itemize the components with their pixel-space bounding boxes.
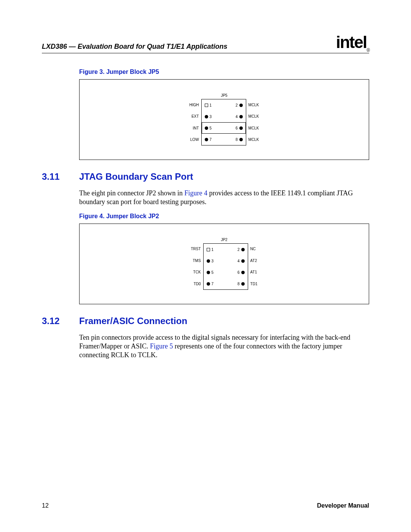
jp5-r1: MCLK [249,111,259,122]
jp5-left-labels: HIGH EXT INT LOW [190,99,199,145]
pin-dot-icon [207,282,210,286]
jp5-diagram: JP5 HIGH EXT INT LOW 12345678 MCLK MCLK … [190,93,259,145]
section-311-text: The eight pin connector JP2 shown in Fig… [79,189,369,207]
pin-dot-icon [241,259,245,263]
pin-number: 6 [237,270,240,275]
pin-dot-icon [207,271,210,274]
jp5-l2: INT [190,123,199,134]
pin-dot-icon [241,282,245,286]
pin-number: 5 [210,126,212,130]
figure3-box: JP5 HIGH EXT INT LOW 12345678 MCLK MCLK … [79,79,369,160]
footer-label: Developer Manual [317,502,369,509]
pin-row: 56 [202,122,246,134]
pin-cell-right: 8 [224,137,246,142]
jp5-r0: MCLK [249,99,259,111]
pin-cell-left: 5 [204,270,226,275]
pin-dot-icon [241,248,245,251]
jp5-l1: EXT [190,111,199,122]
pin-square-icon [207,248,210,251]
figure4-caption: Figure 4. Jumper Block JP2 [79,213,369,220]
pin-dot-icon [207,259,210,263]
jp2-l0: TRST [191,243,201,255]
jp2-grid: 12345678 [203,243,248,290]
pin-cell-left: 1 [204,248,226,252]
jp2-l2: TCK [191,267,201,278]
pin-number: 5 [212,270,214,275]
jp2-r3: TD1 [250,278,258,290]
figure4-box: JP2 TRST TMS TCK TD0 12345678 NC AT2 AT1… [79,224,369,304]
jp2-r2: AT1 [250,267,258,278]
pin-dot-icon [241,271,245,274]
pin-number: 3 [212,259,214,263]
jp5-right-labels: MCLK MCLK MCLK MCLK [249,99,259,145]
pin-cell-left: 1 [202,103,224,107]
jp2-diagram: JP2 TRST TMS TCK TD0 12345678 NC AT2 AT1… [191,238,257,290]
page-number: 12 [42,502,49,509]
pin-dot-icon [205,138,208,141]
pin-dot-icon [239,115,243,118]
jp2-label: JP2 [221,238,227,242]
section-312-heading: 3.12 Framer/ASIC Connection [42,316,369,326]
pin-number: 8 [237,282,240,286]
pin-cell-right: 8 [226,282,248,286]
pin-row: 12 [202,99,246,111]
pin-number: 1 [212,248,214,252]
pin-row: 56 [204,267,248,278]
jp5-r2: MCLK [249,123,259,134]
pin-cell-left: 7 [204,282,226,286]
s311-a: The eight pin connector JP2 shown in [79,189,184,197]
jp2-left-labels: TRST TMS TCK TD0 [191,243,201,290]
jp5-grid: 12345678 [201,99,246,145]
pin-row: 12 [204,244,248,255]
pin-cell-right: 6 [226,270,248,275]
pin-row: 34 [202,111,246,122]
header-title: LXD386 — Evaluation Board for Quad T1/E1… [42,43,227,51]
jp2-right-labels: NC AT2 AT1 TD1 [250,243,258,290]
pin-number: 8 [236,137,238,142]
pin-number: 7 [212,282,214,286]
section-311-num: 3.11 [42,171,70,182]
jp2-l1: TMS [191,255,201,267]
jp5-l0: HIGH [190,99,199,111]
page-header: LXD386 — Evaluation Board for Quad T1/E1… [42,30,369,51]
pin-cell-right: 4 [226,259,248,263]
pin-row: 78 [204,278,248,289]
page-footer: 12 Developer Manual [42,502,369,509]
pin-cell-right: 6 [224,126,246,130]
section-312-num: 3.12 [42,316,70,326]
pin-number: 1 [210,103,212,107]
pin-cell-left: 3 [204,259,226,263]
jp2-l3: TD0 [191,278,201,290]
pin-dot-icon [239,138,243,141]
jp2-r0: NC [250,243,258,255]
pin-row: 34 [204,255,248,267]
jp5-l3: LOW [190,134,199,145]
pin-cell-left: 3 [202,115,224,119]
pin-cell-left: 7 [202,137,224,142]
pin-number: 6 [236,126,238,130]
section-312-title: Framer/ASIC Connection [79,316,187,326]
section-311-title: JTAG Boundary Scan Port [79,171,193,182]
logo-text: intel [336,33,366,51]
pin-cell-right: 2 [224,103,246,107]
pin-dot-icon [205,126,208,130]
pin-cell-right: 4 [224,115,246,119]
figure5-link[interactable]: Figure 5 [150,342,173,350]
jp5-r3: MCLK [249,134,259,145]
pin-number: 4 [236,115,238,119]
section-311-heading: 3.11 JTAG Boundary Scan Port [42,171,369,182]
pin-row: 78 [202,134,246,145]
figure3-caption: Figure 3. Jumper Block JP5 [79,69,369,75]
pin-number: 2 [236,103,238,107]
pin-dot-icon [239,126,243,130]
logo-reg: ® [366,48,369,53]
figure4-link[interactable]: Figure 4 [184,189,207,197]
pin-dot-icon [239,104,243,107]
pin-number: 7 [210,137,212,142]
jp5-label: JP5 [221,93,227,97]
pin-number: 4 [237,259,240,263]
pin-square-icon [205,104,208,107]
jp2-r1: AT2 [250,255,258,267]
intel-logo: intel® [336,33,369,53]
pin-cell-right: 2 [226,248,248,252]
